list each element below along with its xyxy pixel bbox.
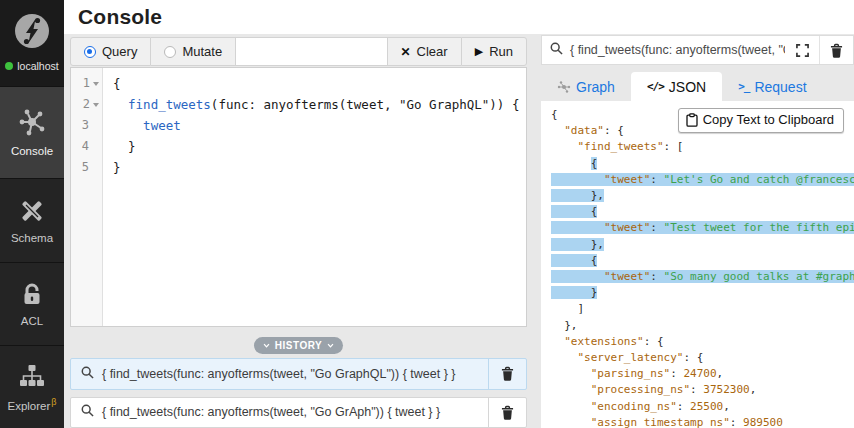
sidebar-item-label: Console: [11, 145, 53, 157]
json-result-panel[interactable]: { "data": { "find_tweets": [ { "tweet": …: [541, 101, 854, 428]
code-line: ]: [551, 301, 854, 317]
fold-arrow-icon: [93, 82, 99, 86]
code-line: "encoding_ns": 25500,: [551, 399, 854, 415]
history-toggle-label: HISTORY: [275, 340, 322, 351]
trash-icon: [501, 366, 514, 381]
tab-graph-label: Graph: [576, 79, 615, 95]
results-column: { find_tweets(func: anyofterms(tweet, "G…: [541, 34, 854, 428]
result-query-text: { find_tweets(func: anyofterms(tweet, "G…: [563, 43, 785, 57]
editor-gutter: 12345: [71, 68, 103, 326]
code-line: },: [551, 318, 854, 334]
json-lines: { "data": { "find_tweets": [ { "tweet": …: [551, 107, 854, 428]
code-line: }: [551, 285, 854, 301]
connection-status[interactable]: localhost: [5, 60, 58, 72]
run-button[interactable]: ▶ Run: [461, 37, 527, 66]
code-line: tweet: [113, 115, 526, 136]
code-line: }: [113, 136, 526, 157]
expand-icon: [796, 44, 809, 57]
sidebar-item-label: Explorerβ: [7, 397, 56, 412]
code-line: "server_latency": {: [551, 350, 854, 366]
search-icon: [550, 41, 563, 59]
code-line: }: [113, 157, 526, 178]
history-bar: HISTORY: [70, 337, 527, 354]
delete-history-button[interactable]: [488, 359, 526, 388]
query-mode-label: Query: [102, 44, 137, 59]
clear-label: Clear: [417, 44, 448, 59]
sidebar-item-console[interactable]: Console: [0, 86, 64, 178]
dgraph-logo[interactable]: [13, 12, 51, 54]
sidebar-logo-section: localhost: [0, 0, 64, 86]
clear-result-button[interactable]: [819, 36, 853, 64]
toolbar-spacer: [236, 37, 386, 66]
clear-button[interactable]: ✕ Clear: [387, 37, 461, 66]
radio-unchecked-icon: [164, 46, 176, 58]
tab-json-label: JSON: [669, 79, 706, 95]
lock-icon: [19, 282, 45, 308]
page-title: Console: [78, 5, 162, 29]
code-line: "parsing_ns": 24700,: [551, 366, 854, 382]
terminal-prompt-icon: >_: [738, 80, 749, 93]
history-query-text: { find_tweets(func: anyofterms(tweet, "G…: [94, 405, 488, 419]
gutter-line-number: 3: [71, 115, 102, 136]
sitemap-icon: [18, 362, 46, 390]
gutter-line-number: 5: [71, 157, 102, 178]
query-editor[interactable]: 12345 { find_tweets(func: anyofterms(twe…: [70, 67, 527, 327]
code-line: },: [551, 237, 854, 253]
page-header: Console: [64, 0, 854, 34]
mutate-mode-label: Mutate: [182, 44, 222, 59]
search-icon: [81, 403, 94, 421]
query-mode-radio[interactable]: Query: [70, 37, 151, 66]
copy-to-clipboard-button[interactable]: Copy Text to Clipboard: [678, 108, 844, 133]
tab-request[interactable]: >_ Request: [722, 72, 822, 101]
code-line: "tweet": "Let's Go and catch @francesc: [551, 172, 854, 188]
status-dot-icon: [5, 62, 13, 70]
history-item[interactable]: { find_tweets(func: anyofterms(tweet, "G…: [70, 358, 527, 389]
code-line: "tweet": "Test tweet for the fifth epis: [551, 220, 854, 236]
result-tabs: Graph </> JSON >_ Request: [541, 72, 854, 101]
radio-checked-icon: [84, 46, 96, 58]
code-line: "extensions": {: [551, 334, 854, 350]
gutter-line-number[interactable]: 2: [71, 94, 102, 115]
sidebar-item-explorer[interactable]: Explorerβ: [0, 345, 64, 428]
sidebar-item-label: ACL: [21, 315, 43, 327]
code-line: },: [551, 188, 854, 204]
code-line: {: [551, 253, 854, 269]
run-label: Run: [489, 44, 513, 59]
history-item[interactable]: { find_tweets(func: anyofterms(tweet, "G…: [70, 397, 527, 428]
play-icon: ▶: [475, 45, 483, 58]
chevron-down-icon: [327, 342, 334, 349]
history-toggle-button[interactable]: HISTORY: [254, 337, 343, 354]
tab-request-label: Request: [754, 79, 806, 95]
graph-tab-icon: [557, 80, 571, 94]
sidebar-item-acl[interactable]: ACL: [0, 262, 64, 345]
code-line: {: [551, 204, 854, 220]
clear-x-icon: ✕: [401, 45, 411, 59]
trash-icon: [830, 43, 843, 58]
graph-nodes-icon: [17, 108, 47, 138]
code-line: "processing_ns": 3752300,: [551, 382, 854, 398]
sidebar-item-schema[interactable]: Schema: [0, 178, 64, 262]
code-tag-icon: </>: [647, 80, 664, 93]
schema-tools-icon: [18, 197, 46, 225]
sidebar: localhost Console: [0, 0, 64, 428]
connection-label: localhost: [17, 60, 58, 72]
gutter-line-number[interactable]: 1: [71, 73, 102, 94]
code-line: "tweet": "So many good talks at #grapho: [551, 269, 854, 285]
result-query-bar[interactable]: { find_tweets(func: anyofterms(tweet, "G…: [541, 35, 854, 65]
fullscreen-button[interactable]: [785, 36, 819, 64]
mutate-mode-radio[interactable]: Mutate: [151, 37, 236, 66]
sidebar-item-label: Schema: [11, 232, 53, 244]
code-line: "assign_timestamp_ns": 989500: [551, 415, 854, 428]
query-column: Query Mutate ✕ Clear ▶ Run: [64, 34, 527, 428]
fold-arrow-icon: [93, 103, 99, 107]
editor-code[interactable]: { find_tweets(func: anyofterms(tweet, "G…: [103, 68, 526, 326]
tab-json[interactable]: </> JSON: [631, 72, 722, 101]
trash-icon: [501, 405, 514, 420]
main-area: Console Query Mutate ✕ Cl: [64, 0, 854, 428]
gutter-line-number: 4: [71, 136, 102, 157]
delete-history-button[interactable]: [488, 398, 526, 427]
code-line: {: [551, 156, 854, 172]
tab-graph[interactable]: Graph: [541, 72, 631, 101]
content-area: Query Mutate ✕ Clear ▶ Run: [64, 34, 854, 428]
code-line: {: [113, 73, 526, 94]
